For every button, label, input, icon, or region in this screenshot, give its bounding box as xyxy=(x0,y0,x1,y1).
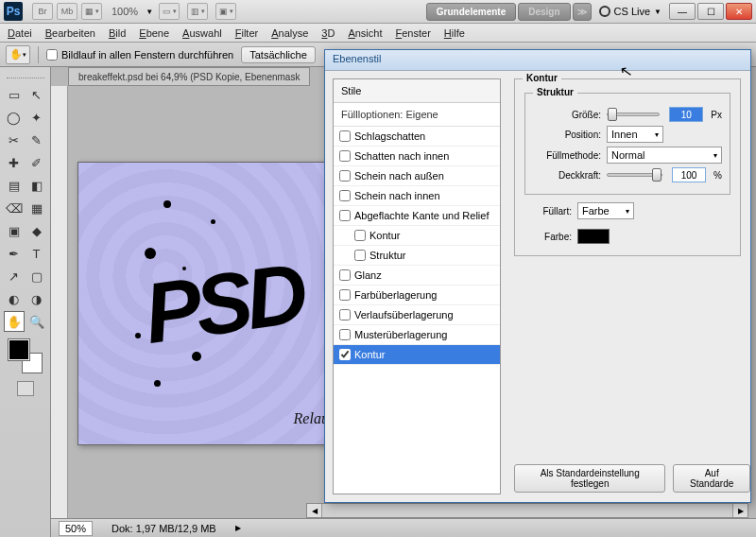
menu-fenster[interactable]: Fenster xyxy=(395,27,430,39)
make-default-button[interactable]: Als Standardeinstellung festlegen xyxy=(514,464,665,493)
scroll-right-arrow[interactable]: ▶ xyxy=(732,504,747,517)
styles-header[interactable]: Stile xyxy=(334,79,500,103)
menu-bild[interactable]: Bild xyxy=(109,27,126,39)
opacity-input[interactable] xyxy=(672,167,706,182)
tool-hand[interactable]: ✋ xyxy=(4,311,25,332)
fg-color-swatch[interactable] xyxy=(9,339,29,360)
style-item[interactable]: Kontur xyxy=(334,226,500,246)
tool-marquee[interactable]: ▭ xyxy=(4,84,25,105)
viewextras-icon[interactable]: ▦ xyxy=(81,3,102,20)
style-checkbox[interactable] xyxy=(339,130,351,142)
tool-stamp[interactable]: ▤ xyxy=(4,175,25,196)
menu-datei[interactable]: Datei xyxy=(8,27,32,39)
tool-move[interactable]: ↖ xyxy=(26,84,47,105)
style-item[interactable]: Struktur xyxy=(334,246,500,266)
position-select[interactable]: Innen xyxy=(607,126,663,143)
menu-analyse[interactable]: Analyse xyxy=(271,27,308,39)
blendmode-select[interactable]: Normal xyxy=(607,147,722,164)
style-item[interactable]: Farbüberlagerung xyxy=(334,286,500,305)
style-checkbox[interactable] xyxy=(339,210,351,221)
size-slider[interactable] xyxy=(607,113,660,116)
scrollbar-horizontal[interactable]: ◀ ▶ xyxy=(306,503,748,518)
style-checkbox[interactable] xyxy=(339,190,351,201)
style-checkbox[interactable] xyxy=(339,269,351,281)
workspace-more-button[interactable]: ≫ xyxy=(573,3,592,21)
tool-shape[interactable]: ▢ xyxy=(26,266,47,286)
menu-ansicht[interactable]: Ansicht xyxy=(348,27,382,39)
blending-options-row[interactable]: Füllloptionen: Eigene xyxy=(334,103,500,127)
workspace-essentials-button[interactable]: Grundelemente xyxy=(426,3,516,21)
cslive-button[interactable]: CS Live▼ xyxy=(599,6,662,17)
color-swatches[interactable] xyxy=(9,339,43,373)
quickmask-toggle[interactable] xyxy=(17,381,34,396)
scroll-all-checkbox[interactable]: Bildlauf in allen Fenstern durchführen xyxy=(46,49,233,61)
style-checkbox[interactable] xyxy=(354,230,366,241)
tool-pen[interactable]: ✒ xyxy=(4,243,25,264)
style-item[interactable]: Verlaufsüberlagerung xyxy=(334,305,500,325)
window-minimize-button[interactable]: — xyxy=(669,3,696,20)
toolbox-grip[interactable] xyxy=(7,71,44,78)
tool-eyedrop[interactable]: ✎ xyxy=(26,130,47,150)
tool-blur[interactable]: ▣ xyxy=(4,220,25,241)
style-item[interactable]: Schein nach außen xyxy=(334,166,500,186)
scroll-left-arrow[interactable]: ◀ xyxy=(307,504,322,517)
minibridge-icon[interactable]: Mb xyxy=(57,3,77,20)
tool-brush[interactable]: ✐ xyxy=(26,152,47,173)
tool-3dcam[interactable]: ◑ xyxy=(26,288,47,309)
style-checkbox[interactable] xyxy=(339,289,351,301)
menu-3d[interactable]: 3D xyxy=(321,27,335,39)
menu-hilfe[interactable]: Hilfe xyxy=(444,27,465,39)
style-item[interactable]: Musterüberlagerung xyxy=(334,325,500,345)
dialog-title[interactable]: Ebenenstil xyxy=(325,50,750,71)
tool-type[interactable]: T xyxy=(26,243,47,264)
style-item[interactable]: Abgeflachte Kante und Relief xyxy=(334,206,500,226)
tool-3d[interactable]: ◐ xyxy=(4,288,25,309)
menu-bearbeiten[interactable]: Bearbeiten xyxy=(45,27,95,39)
stroke-legend: Kontur xyxy=(523,73,561,83)
style-checkbox[interactable] xyxy=(339,309,351,320)
tool-wand[interactable]: ✦ xyxy=(26,107,47,128)
tool-dodge[interactable]: ◆ xyxy=(26,220,47,241)
tool-heal[interactable]: ✚ xyxy=(4,152,25,173)
style-item[interactable]: Schlagschatten xyxy=(334,127,500,147)
tool-zoom[interactable]: 🔍 xyxy=(26,311,47,332)
window-maximize-button[interactable]: ☐ xyxy=(697,3,724,20)
reset-default-button[interactable]: Auf Standarde xyxy=(673,464,750,493)
style-checkbox[interactable] xyxy=(339,349,351,360)
splatter xyxy=(135,333,141,338)
screenfit-icon[interactable]: ▣ xyxy=(215,3,236,20)
menu-filter[interactable]: Filter xyxy=(235,27,258,39)
tool-crop[interactable]: ✂ xyxy=(4,130,25,150)
current-tool-icon[interactable]: ✋▾ xyxy=(6,45,30,64)
style-item[interactable]: Schein nach innen xyxy=(334,186,500,206)
color-swatch[interactable] xyxy=(577,229,610,244)
actual-pixels-button[interactable]: Tatsächliche xyxy=(241,46,316,63)
style-checkbox[interactable] xyxy=(339,329,351,340)
style-item[interactable]: Glanz xyxy=(334,266,500,286)
status-zoom[interactable]: 50% xyxy=(59,521,93,536)
screenmode-icon[interactable]: ▭ xyxy=(159,3,180,20)
bridge-icon[interactable]: Br xyxy=(32,3,53,20)
zoom-display[interactable]: 100% xyxy=(112,6,138,17)
tool-lasso[interactable]: ◯ xyxy=(4,107,25,128)
style-item[interactable]: Schatten nach innen xyxy=(334,147,500,166)
tool-history[interactable]: ◧ xyxy=(26,175,47,196)
window-close-button[interactable]: ✕ xyxy=(726,3,752,20)
tool-path[interactable]: ↗ xyxy=(4,266,25,286)
style-checkbox[interactable] xyxy=(339,170,351,182)
menu-ebene[interactable]: Ebene xyxy=(139,27,169,39)
filltype-select[interactable]: Farbe xyxy=(577,202,634,219)
style-item[interactable]: Kontur xyxy=(334,345,500,365)
workspace-design-button[interactable]: Design xyxy=(518,3,570,21)
document-tab[interactable]: breakeffekt.psd bei 64,9% (PSD Kopie, Eb… xyxy=(68,67,310,86)
tool-eraser[interactable]: ⌫ xyxy=(4,198,25,218)
style-checkbox[interactable] xyxy=(354,250,366,261)
style-checkbox[interactable] xyxy=(339,150,351,162)
tool-gradient[interactable]: ▦ xyxy=(26,198,47,218)
menu-auswahl[interactable]: Auswahl xyxy=(182,27,222,39)
filltype-row: Füllart: Farbe xyxy=(526,202,732,219)
opacity-slider[interactable] xyxy=(607,173,662,177)
position-row: Position: Innen xyxy=(533,126,722,143)
size-input[interactable] xyxy=(669,107,703,122)
arrange-icon[interactable]: ▥ xyxy=(187,3,208,20)
